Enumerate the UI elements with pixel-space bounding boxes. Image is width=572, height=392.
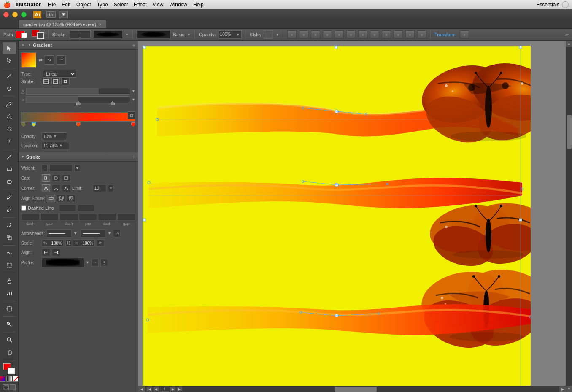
artboard-tool[interactable] (3, 303, 16, 315)
gradient-panel-triangle[interactable]: ▼ (28, 43, 31, 47)
scroll-track-v[interactable] (566, 47, 572, 386)
warp-tool[interactable] (3, 247, 16, 259)
prev-page-btn[interactable]: ◀ (153, 387, 159, 392)
gap-input-2[interactable] (79, 213, 97, 221)
tab-close-icon[interactable]: ✕ (99, 22, 102, 27)
menu-window[interactable]: Window (169, 2, 187, 8)
menu-select[interactable]: Select (114, 2, 128, 8)
color-stop-3[interactable] (76, 122, 81, 127)
bridge-icon[interactable]: Br (46, 11, 56, 18)
pencil-tool[interactable] (3, 204, 16, 216)
distribute-horiz[interactable]: ⬦ (323, 30, 332, 39)
options-chevron[interactable]: ≫ (565, 32, 569, 37)
gradient-type-select[interactable]: Linear (43, 70, 76, 78)
stroke-panel-triangle[interactable]: ▼ (21, 155, 24, 159)
slice-tool[interactable] (3, 319, 16, 330)
fill-stroke-indicator[interactable] (3, 363, 15, 374)
stroke-within-icon[interactable] (42, 78, 50, 85)
align-bottom[interactable]: ⬦ (370, 30, 379, 39)
lasso-tool[interactable] (3, 83, 16, 95)
dashed-line-checkbox[interactable] (21, 205, 26, 211)
dash-input-1[interactable] (21, 213, 40, 221)
close-button[interactable] (3, 12, 9, 17)
dash-pattern-2[interactable] (78, 205, 94, 211)
essentials-label[interactable]: Essentials (536, 2, 559, 8)
limit-x-btn[interactable]: ✕ (108, 184, 114, 192)
apple-menu[interactable]: 🍎 (3, 1, 11, 8)
menu-view[interactable]: View (153, 2, 164, 8)
opacity-value-input[interactable]: 10% ▼ (42, 132, 67, 140)
cap-round[interactable] (52, 174, 60, 182)
gradient-options-btn[interactable]: ⋯ (57, 55, 66, 65)
delete-stop-btn[interactable]: 🗑 (128, 111, 135, 119)
search-icon-menu[interactable] (562, 1, 569, 8)
rect-tool[interactable] (3, 163, 16, 175)
ellipse-tool[interactable] (3, 176, 16, 188)
stroke-color-selector[interactable] (32, 30, 44, 39)
direct-selection-tool[interactable] (3, 55, 16, 67)
scale-link-icon[interactable]: ⛓ (65, 239, 71, 247)
cap-butt[interactable] (42, 174, 50, 182)
scale-tool[interactable] (3, 232, 16, 243)
scroll-thumb-h[interactable] (335, 387, 377, 392)
last-page-btn[interactable]: ▶| (177, 387, 183, 392)
chevron-arrow-end[interactable]: ▼ (108, 231, 111, 235)
reflect-tool-icon[interactable]: ⬦ (417, 30, 426, 39)
length-menu[interactable]: ▼ (132, 97, 135, 102)
scroll-track-h[interactable] (184, 386, 559, 392)
menu-help[interactable]: Help (193, 2, 204, 8)
line-tool[interactable] (3, 151, 16, 163)
weight-input[interactable] (49, 164, 73, 172)
align-inside-stroke[interactable] (57, 195, 65, 202)
arrowhead-swap-btn[interactable]: ⇄ (113, 230, 121, 237)
stroke-preview-box[interactable] (93, 30, 123, 39)
scroll-right-arrow[interactable]: ▶ (559, 386, 566, 392)
hand-tool[interactable] (3, 346, 16, 358)
type-tool[interactable]: T (3, 135, 16, 147)
selection-tool[interactable] (3, 42, 16, 54)
gradient-swap-icon[interactable]: ⇄ (39, 58, 42, 62)
menu-object[interactable]: Object (76, 2, 91, 8)
pen-tool[interactable] (3, 98, 16, 110)
chevron-down-brush[interactable]: ▼ (187, 32, 191, 37)
gradient-mode-btn[interactable] (6, 376, 12, 382)
scroll-left-arrow[interactable]: ◀ (138, 386, 145, 392)
symbol-sprayer-tool[interactable] (3, 275, 16, 287)
distribute-spacing-v[interactable]: ⬦ (394, 30, 403, 39)
none-mode-btn[interactable] (13, 376, 19, 382)
menu-edit[interactable]: Edit (62, 2, 70, 8)
arrange-icon[interactable]: ⊞ (59, 11, 68, 18)
location-value-input[interactable]: 11.73% ▼ (42, 142, 69, 149)
gradient-preview-swatch[interactable] (21, 52, 36, 68)
dash-pattern-1[interactable] (59, 205, 76, 211)
minimize-button[interactable] (12, 12, 18, 17)
fill-color-box[interactable] (16, 31, 25, 38)
stroke-panel-header[interactable]: ▼ Stroke ≡ (19, 152, 138, 162)
scale-options-icon[interactable]: ⟳ (97, 239, 104, 247)
full-screen-btn[interactable] (10, 384, 16, 390)
transform-label[interactable]: Transform (434, 32, 456, 37)
chevron-arrow-start[interactable]: ▼ (73, 231, 77, 235)
align-start-btn[interactable] (42, 249, 50, 256)
stroke-weight-input[interactable] (70, 30, 91, 39)
color-mode-btn[interactable] (0, 376, 5, 382)
angle-slider[interactable] (26, 88, 130, 95)
gradient-panel-header[interactable]: ✕ ▼ Gradient ≡ (19, 41, 138, 50)
stroke-across-icon[interactable] (61, 78, 70, 85)
canvas-area[interactable]: ▲ ▼ ◀ |◀ ◀ 1 ▶ ▶| ▶ (138, 41, 572, 392)
limit-input[interactable]: 10 (93, 184, 106, 192)
align-outside-stroke[interactable] (67, 195, 76, 202)
color-stop-2[interactable] (32, 122, 36, 127)
rotate-tool-icon[interactable]: ⬦ (405, 30, 415, 39)
gap-input-3[interactable] (117, 213, 136, 221)
profile-flip-btn[interactable]: ↔ (91, 259, 99, 266)
weight-stepper-up[interactable]: ▼ (74, 164, 80, 172)
corner-miter[interactable] (42, 184, 50, 192)
profile-options-btn[interactable]: ⋮ (100, 259, 108, 266)
align-vert-center[interactable]: ⬦ (287, 30, 297, 39)
paintbrush-tool[interactable] (3, 191, 16, 203)
color-stop-4[interactable] (131, 122, 135, 127)
chevron-profile[interactable]: ▼ (86, 260, 89, 265)
transform-options[interactable]: ⬦ (460, 30, 469, 39)
corner-bevel[interactable] (62, 184, 70, 192)
